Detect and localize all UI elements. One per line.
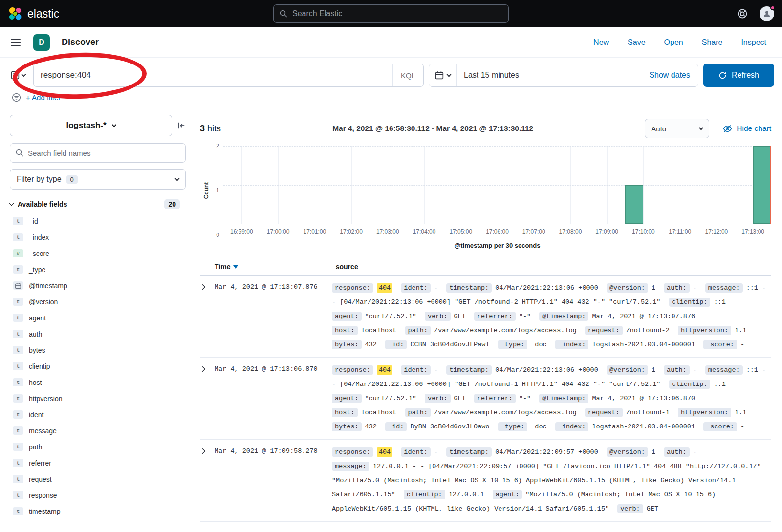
- y-axis-tick-label: 1: [216, 187, 219, 194]
- elastic-logo[interactable]: elastic: [8, 6, 59, 21]
- source-field-value: CCBN_3cB04dGovJLPawl: [410, 341, 489, 348]
- index-pattern-select[interactable]: logstash-*: [10, 115, 172, 136]
- chevron-down-icon: [699, 125, 704, 130]
- inspect-button[interactable]: Inspect: [741, 38, 766, 47]
- field-item-auth[interactable]: tauth: [10, 326, 186, 342]
- source-field-badge: httpversion:: [678, 408, 731, 417]
- field-name: timestamp: [29, 508, 61, 515]
- header-actions: [737, 6, 774, 21]
- doc-source: response:404 ident:- timestamp:04/Mar/20…: [332, 363, 771, 434]
- histogram-bar[interactable]: [753, 146, 771, 224]
- filter-by-type-select[interactable]: Filter by type 0: [10, 169, 186, 190]
- doc-table-row: Mar 4, 2021 @ 17:13:06.870response:404 i…: [200, 358, 771, 440]
- new-button[interactable]: New: [593, 38, 609, 47]
- field-item-type[interactable]: t_type: [10, 261, 186, 277]
- highlighted-value: 404: [377, 447, 392, 457]
- source-field-badge: message:: [705, 365, 743, 375]
- field-item-id[interactable]: t_id: [10, 213, 186, 229]
- field-item-score[interactable]: #_score: [10, 245, 186, 261]
- global-header: elastic: [0, 0, 782, 27]
- field-item-ident[interactable]: tident: [10, 406, 186, 423]
- field-item-version[interactable]: t@version: [10, 294, 186, 310]
- hide-chart-button[interactable]: Hide chart: [723, 124, 771, 133]
- field-item-timestamp[interactable]: @timestamp: [10, 277, 186, 294]
- source-field-value: 127.0.0.1: [449, 491, 484, 498]
- field-type-icon: t: [13, 233, 23, 241]
- save-button[interactable]: Save: [628, 38, 645, 47]
- expand-doc-button[interactable]: [200, 445, 215, 516]
- collapse-sidebar-icon[interactable]: [177, 121, 186, 130]
- source-field-badge: path:: [405, 408, 431, 417]
- expand-doc-button[interactable]: [200, 281, 215, 352]
- source-field-value: -: [740, 423, 744, 430]
- field-item-index[interactable]: t_index: [10, 229, 186, 245]
- filter-icon[interactable]: [12, 93, 21, 102]
- chevron-down-icon: [9, 201, 14, 206]
- field-item-response[interactable]: tresponse: [10, 487, 186, 503]
- field-item-message[interactable]: tmessage: [10, 423, 186, 439]
- field-item-request[interactable]: trequest: [10, 471, 186, 487]
- field-item-bytes[interactable]: tbytes: [10, 342, 186, 358]
- help-icon[interactable]: [737, 8, 748, 19]
- hits-count: 3 hits: [200, 124, 221, 134]
- menu-toggle-button[interactable]: [9, 37, 22, 48]
- add-filter-button[interactable]: + Add filter: [26, 93, 61, 102]
- field-type-icon: #: [13, 249, 23, 257]
- field-name: auth: [29, 330, 42, 338]
- x-axis-tick-label: 17:00:00: [267, 228, 290, 235]
- histogram-bar[interactable]: [625, 185, 643, 224]
- open-button[interactable]: Open: [664, 38, 683, 47]
- source-field-badge: referrer:: [474, 394, 516, 403]
- source-field-badge: message:: [705, 283, 743, 293]
- query-input[interactable]: response:404 KQL: [33, 64, 424, 87]
- hide-chart-label: Hide chart: [737, 124, 771, 133]
- field-item-timestamp[interactable]: ttimestamp: [10, 503, 186, 519]
- field-search[interactable]: [10, 143, 186, 163]
- refresh-button[interactable]: Refresh: [703, 64, 774, 87]
- chart-horizontal-gridline: [223, 146, 771, 147]
- interval-select[interactable]: Auto: [645, 119, 709, 138]
- field-search-input[interactable]: [28, 149, 180, 157]
- source-field-badge: ident:: [401, 283, 431, 293]
- source-field-badge: clientip:: [404, 490, 445, 499]
- share-button[interactable]: Share: [702, 38, 723, 47]
- user-avatar[interactable]: [760, 6, 774, 21]
- global-search[interactable]: [273, 4, 509, 23]
- chart-plot: [223, 146, 771, 224]
- field-name: agent: [29, 314, 46, 322]
- discover-app-badge[interactable]: D: [33, 34, 50, 51]
- field-item-referrer[interactable]: treferrer: [10, 455, 186, 471]
- doc-table-row: Mar 4, 2021 @ 17:09:58.278response:404 i…: [200, 440, 771, 522]
- field-item-clientip[interactable]: tclientip: [10, 358, 186, 374]
- field-item-path[interactable]: tpath: [10, 439, 186, 455]
- date-picker-calendar-button[interactable]: [429, 64, 457, 86]
- x-axis-tick-label: 17:07:00: [522, 228, 545, 235]
- source-field-badge: host:: [332, 408, 358, 417]
- time-column-header[interactable]: Time: [215, 263, 332, 271]
- saved-query-menu-button[interactable]: [8, 64, 28, 87]
- source-field-badge: bytes:: [332, 340, 362, 349]
- time-range-value[interactable]: Last 15 minutes: [457, 64, 641, 86]
- highlighted-value: 404: [377, 283, 392, 293]
- chevron-down-icon: [175, 176, 180, 181]
- global-search-input[interactable]: [292, 9, 502, 18]
- field-type-icon: t: [13, 426, 23, 435]
- source-field-badge: @timestamp:: [539, 394, 588, 403]
- chart-x-labels: 16:59:0017:00:0017:01:0017:02:0017:03:00…: [223, 224, 771, 235]
- field-item-httpversion[interactable]: thttpversion: [10, 390, 186, 406]
- expand-doc-button[interactable]: [200, 363, 215, 434]
- source-field-value: 1.1: [735, 409, 746, 416]
- chart-plot-area: 16:59:0017:00:0017:01:0017:02:0017:03:00…: [223, 146, 771, 235]
- available-fields-toggle[interactable]: Available fields 20: [10, 199, 186, 209]
- x-axis-tick-label: 17:04:00: [413, 228, 436, 235]
- field-item-agent[interactable]: tagent: [10, 310, 186, 326]
- top-menu: New Save Open Share Inspect: [593, 38, 773, 47]
- show-dates-button[interactable]: Show dates: [641, 64, 698, 86]
- chart-y-axis: Count 012: [200, 146, 223, 235]
- query-text[interactable]: response:404: [41, 70, 392, 80]
- source-field-badge: timestamp:: [446, 365, 492, 375]
- index-pattern-name: logstash-*: [66, 121, 106, 130]
- field-item-host[interactable]: thost: [10, 374, 186, 390]
- highlighted-value: 404: [377, 365, 392, 375]
- query-language-button[interactable]: KQL: [392, 64, 423, 86]
